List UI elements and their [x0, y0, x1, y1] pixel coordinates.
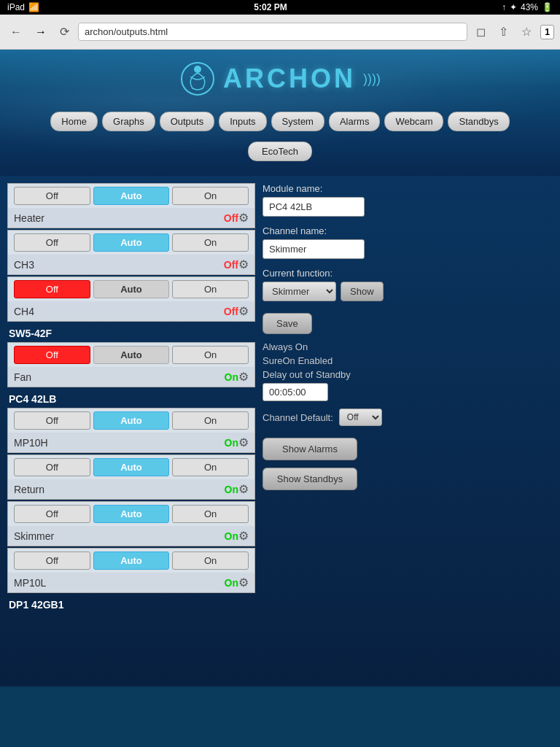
- fan-name: Fan: [14, 371, 225, 383]
- arrow-icon: ↑: [502, 2, 506, 12]
- fan-auto-btn[interactable]: Auto: [93, 346, 170, 364]
- share-button[interactable]: ◻: [472, 22, 490, 42]
- nav-alarms[interactable]: Alarms: [329, 112, 380, 131]
- nav-system[interactable]: System: [271, 112, 324, 131]
- nav-outputs[interactable]: Outputs: [160, 112, 215, 131]
- mp10l-name: MP10L: [14, 577, 225, 589]
- mp10h-off-btn[interactable]: Off: [14, 411, 90, 430]
- current-function-label: Current function:: [262, 268, 553, 279]
- module-sw5-label: SW5-42F: [7, 323, 255, 342]
- back-button[interactable]: ←: [6, 23, 26, 42]
- current-function-row: Skimmer Always On Off Show: [262, 282, 553, 301]
- ch3-auto-btn[interactable]: Auto: [93, 233, 170, 252]
- mp10l-gear-icon[interactable]: ⚙: [238, 576, 249, 589]
- fan-status: On: [225, 371, 238, 383]
- upload-button[interactable]: ⇧: [494, 22, 513, 42]
- return-status: On: [225, 484, 238, 495]
- main-content: Off Auto On Heater Off ⚙ Off Auto On CH3…: [0, 176, 560, 686]
- ch3-name-row: CH3 Off ⚙: [8, 255, 254, 274]
- return-off-btn[interactable]: Off: [14, 458, 90, 476]
- nav-webcam[interactable]: Webcam: [384, 112, 443, 131]
- channel-default-row: Channel Default: Off On Auto: [262, 409, 553, 426]
- browser-bar: ← → ⟳ ◻ ⇧ ☆ 1: [0, 15, 560, 50]
- mp10h-status: On: [225, 437, 238, 449]
- ch3-status: Off: [224, 259, 238, 271]
- refresh-button[interactable]: ⟳: [55, 22, 74, 42]
- nav-home[interactable]: Home: [50, 112, 98, 131]
- module-name-input[interactable]: [262, 197, 365, 217]
- skimmer-name: Skimmer: [14, 530, 225, 542]
- heater-status: Off: [224, 212, 238, 224]
- channel-group-ch3: Off Auto On CH3 Off ⚙: [7, 230, 255, 275]
- mp10h-gear-icon[interactable]: ⚙: [238, 436, 249, 449]
- ch3-gear-icon[interactable]: ⚙: [238, 258, 249, 271]
- bluetooth-icon: ✦: [510, 2, 517, 12]
- skimmer-control-row: Off Auto On: [8, 502, 254, 526]
- heater-gear-icon[interactable]: ⚙: [238, 211, 249, 225]
- logo-container: ARCHON )))): [0, 61, 560, 97]
- heater-name: Heater: [14, 212, 224, 224]
- return-on-btn[interactable]: On: [172, 458, 249, 476]
- ch4-off-btn[interactable]: Off: [14, 280, 90, 298]
- svg-point-1: [194, 66, 201, 73]
- mp10l-off-btn[interactable]: Off: [14, 551, 90, 570]
- mp10h-on-btn[interactable]: On: [172, 411, 249, 430]
- return-auto-btn[interactable]: Auto: [93, 458, 170, 476]
- ch3-on-btn[interactable]: On: [172, 233, 249, 252]
- return-name: Return: [14, 484, 225, 495]
- ch4-auto-btn[interactable]: Auto: [93, 280, 170, 298]
- channel-group-mp10l: Off Auto On MP10L On ⚙: [7, 548, 255, 593]
- ch4-name: CH4: [14, 306, 224, 317]
- delay-input[interactable]: [262, 383, 328, 401]
- heater-off-btn[interactable]: Off: [14, 187, 90, 205]
- show-standbys-button[interactable]: Show Standbys: [262, 468, 357, 490]
- heater-control-row: Off Auto On: [8, 184, 254, 208]
- show-button[interactable]: Show: [341, 282, 384, 301]
- save-button[interactable]: Save: [262, 313, 312, 334]
- ch4-gear-icon[interactable]: ⚙: [238, 304, 249, 318]
- default-select[interactable]: Off On Auto: [339, 409, 382, 426]
- skimmer-off-btn[interactable]: Off: [14, 505, 90, 523]
- nav-inputs[interactable]: Inputs: [219, 112, 266, 131]
- status-bar: iPad 📶 5:02 PM ↑ ✦ 43% 🔋: [0, 0, 560, 15]
- time-display: 5:02 PM: [254, 2, 287, 12]
- heater-on-btn[interactable]: On: [172, 187, 249, 205]
- skimmer-on-btn[interactable]: On: [172, 505, 249, 523]
- mp10l-control-row: Off Auto On: [8, 549, 254, 573]
- ch4-on-btn[interactable]: On: [172, 280, 249, 298]
- fan-control-row: Off Auto On: [8, 343, 254, 367]
- nav-bar: Home Graphs Outputs Inputs System Alarms…: [0, 106, 560, 137]
- show-alarms-button[interactable]: Show Alarms: [262, 438, 357, 460]
- fan-off-btn[interactable]: Off: [14, 346, 90, 364]
- nav-standbys[interactable]: Standbys: [448, 112, 509, 131]
- mp10l-auto-btn[interactable]: Auto: [93, 551, 170, 570]
- carrier-label: iPad: [7, 2, 25, 12]
- mp10l-name-row: MP10L On ⚙: [8, 573, 254, 592]
- wifi-icon: 📶: [28, 2, 39, 12]
- heater-auto-btn[interactable]: Auto: [93, 187, 170, 205]
- ch3-off-btn[interactable]: Off: [14, 233, 90, 252]
- channel-name-input[interactable]: [262, 239, 365, 259]
- nav-graphs[interactable]: Graphs: [102, 112, 155, 131]
- forward-button[interactable]: →: [31, 23, 51, 42]
- battery-label: 43%: [521, 2, 538, 12]
- skimmer-auto-btn[interactable]: Auto: [93, 505, 170, 523]
- ch3-name: CH3: [14, 259, 224, 271]
- tab-count[interactable]: 1: [540, 25, 554, 39]
- function-select[interactable]: Skimmer Always On Off: [262, 282, 336, 301]
- mp10l-on-btn[interactable]: On: [172, 551, 249, 570]
- skimmer-gear-icon[interactable]: ⚙: [238, 529, 249, 543]
- return-gear-icon[interactable]: ⚙: [238, 482, 249, 496]
- channel-name-label: Channel name:: [262, 225, 553, 236]
- bookmark-button[interactable]: ☆: [517, 22, 536, 42]
- fan-on-btn[interactable]: On: [172, 346, 249, 364]
- mp10h-auto-btn[interactable]: Auto: [93, 411, 170, 430]
- channel-default-label: Channel Default:: [262, 412, 333, 423]
- ecotech-button[interactable]: EcoTech: [248, 142, 312, 161]
- module-name-label: Module name:: [262, 183, 553, 194]
- fan-gear-icon[interactable]: ⚙: [238, 370, 249, 384]
- status-right: ↑ ✦ 43% 🔋: [502, 2, 553, 12]
- url-bar[interactable]: [78, 23, 467, 41]
- ch4-name-row: CH4 Off ⚙: [8, 301, 254, 321]
- fan-name-row: Fan On ⚙: [8, 367, 254, 387]
